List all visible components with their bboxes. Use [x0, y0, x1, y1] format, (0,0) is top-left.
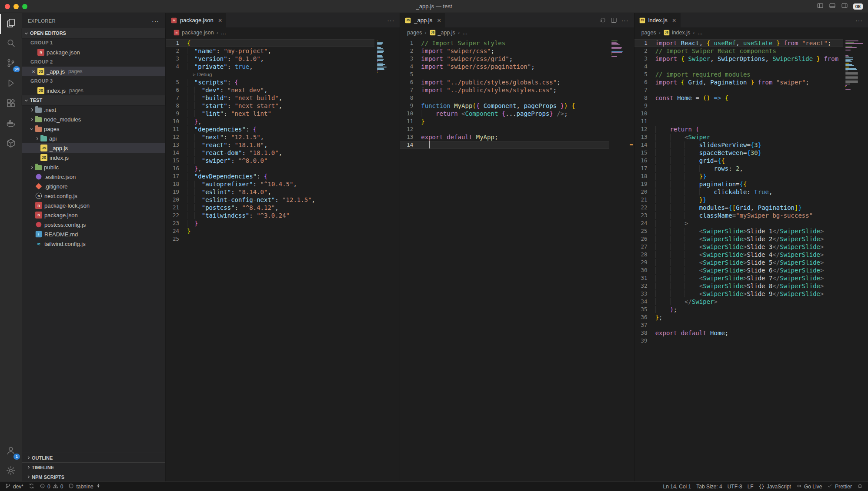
breadcrumb-item[interactable]: npackage.json [173, 29, 214, 36]
code-line[interactable]: 20 clickable: true, [634, 188, 868, 196]
open-editors-section-header[interactable]: OPEN EDITORS [22, 28, 165, 38]
status-item-prettier[interactable]: Prettier [825, 482, 855, 491]
code-line[interactable]: 10 return <Component {...pageProps} />; [400, 110, 634, 118]
code-line[interactable]: 13 "react": "18.1.0", [166, 141, 400, 149]
code-line[interactable]: 8 [400, 94, 634, 102]
zoom-window-button[interactable] [22, 4, 27, 9]
code-line[interactable]: 19 "eslint": "8.14.0", [166, 188, 400, 196]
code-line[interactable]: 3import "swiper/css/grid"; [400, 55, 634, 63]
code-line[interactable]: 12 return ( [634, 125, 868, 133]
activity-item-docker[interactable] [0, 114, 22, 134]
code-line[interactable]: 3import { Swiper, SwiperOptions, SwiperS… [634, 55, 868, 63]
breadcrumb-item[interactable]: … [462, 30, 468, 36]
activity-item-explorer[interactable] [0, 14, 22, 34]
activity-item-source-control[interactable]: 34 [0, 54, 22, 74]
code-line[interactable]: 14 slidesPerView={3} [634, 141, 868, 149]
code-line[interactable]: 22 modules={[Grid, Pagination]} [634, 204, 868, 212]
code-line[interactable]: 6 "dev": "next dev", [166, 86, 400, 94]
code-line[interactable]: 16 grid={{ [634, 157, 868, 165]
code-line[interactable]: 24} [166, 227, 400, 235]
code-line[interactable]: 34 </Swiper> [634, 298, 868, 306]
close-tab-icon[interactable]: × [218, 17, 222, 24]
code-line[interactable]: 1import React, { useRef, useState } from… [634, 39, 868, 47]
code-line[interactable]: 7 [634, 86, 868, 94]
explorer-more-actions-button[interactable]: ··· [152, 17, 159, 24]
status-item-sync[interactable] [26, 482, 37, 491]
breadcrumb-item[interactable]: JS_app.js [429, 29, 455, 36]
tree-item-public[interactable]: public [22, 162, 165, 172]
status-item-language-mode[interactable]: {}JavaScript [756, 482, 794, 491]
code-line[interactable]: 8 "start": "next start", [166, 102, 400, 110]
minimize-window-button[interactable] [13, 4, 19, 9]
code-line[interactable]: 8const Home = () => { [634, 94, 868, 102]
close-tab-icon[interactable]: × [437, 17, 441, 24]
code-line[interactable]: ▷Debug [166, 71, 400, 78]
code-line[interactable]: 30 <SwiperSlide>Slide 6</SwiperSlide> [634, 266, 868, 274]
code-editor[interactable]: 1{2 "name": "my-project",3 "version": "0… [166, 38, 400, 481]
tree-item-tailwind.config.js[interactable]: ≈tailwind.config.js [22, 239, 165, 249]
code-line[interactable]: 1// Import Swiper styles [400, 39, 634, 47]
sidebar-section-timeline[interactable]: TIMELINE [22, 462, 165, 472]
activity-item-search[interactable] [0, 34, 22, 54]
more-actions-icon[interactable]: ··· [855, 17, 863, 24]
tree-item-pages[interactable]: pages [22, 124, 165, 134]
sidebar-section-outline[interactable]: OUTLINE [22, 453, 165, 462]
code-line[interactable]: 10 }, [166, 118, 400, 125]
more-actions-icon[interactable]: ··· [387, 17, 394, 24]
codelens-link[interactable]: Debug [197, 71, 212, 78]
tree-item-index.js[interactable]: JSindex.js [22, 153, 165, 162]
tree-item-.next[interactable]: .next [22, 105, 165, 114]
history-editor-icon[interactable] [600, 17, 606, 24]
status-item-cursor-position[interactable]: Ln 14, Col 1 [661, 482, 694, 491]
tree-item-api[interactable]: api [22, 134, 165, 143]
code-line[interactable]: 24 > [634, 219, 868, 227]
code-line[interactable]: 32 <SwiperSlide>Slide 8</SwiperSlide> [634, 282, 868, 290]
status-item-eol[interactable]: LF [745, 482, 756, 491]
code-line[interactable]: 9function MyApp({ Component, pageProps }… [400, 102, 634, 110]
activity-item-extensions[interactable] [0, 94, 22, 114]
code-line[interactable]: 20 "eslint-config-next": "12.1.5", [166, 196, 400, 204]
tab-package.json[interactable]: npackage.json× [166, 13, 227, 27]
code-line[interactable]: 39 [634, 337, 868, 345]
breadcrumb-item[interactable]: pages [407, 30, 422, 36]
code-line[interactable]: 37 [634, 321, 868, 329]
more-actions-icon[interactable]: ··· [621, 17, 629, 24]
tree-item-.eslintrc.json[interactable]: .eslintrc.json [22, 172, 165, 182]
code-line[interactable]: 23 } [166, 219, 400, 227]
tree-item-node_modules[interactable]: node_modules [22, 114, 165, 124]
code-line[interactable]: 25 [166, 235, 400, 243]
code-line[interactable]: 12 [400, 125, 634, 133]
code-line[interactable]: 21 "postcss": "^8.4.12", [166, 204, 400, 212]
split-editor-icon[interactable] [611, 17, 617, 24]
code-line[interactable]: 14 "react-dom": "18.1.0", [166, 149, 400, 157]
tree-item-postcss.config.js[interactable]: postcss.config.js [22, 220, 165, 229]
breadcrumb-item[interactable]: … [697, 30, 703, 36]
code-line[interactable]: 25 <SwiperSlide>Slide 1</SwiperSlide> [634, 227, 868, 235]
code-line[interactable]: 26 <SwiperSlide>Slide 2</SwiperSlide> [634, 235, 868, 243]
activity-item-accounts[interactable]: 1 [0, 441, 22, 461]
code-line[interactable]: 4 "private": true, [166, 63, 400, 71]
activity-item-settings[interactable] [0, 461, 22, 481]
code-line[interactable]: 11 [634, 118, 868, 125]
code-line[interactable]: 9 "lint": "next lint" [166, 110, 400, 118]
status-item-indentation[interactable]: Tab Size: 4 [694, 482, 724, 491]
workspace-section-header[interactable]: TEST [22, 95, 165, 105]
code-line[interactable]: 5 "scripts": { [166, 78, 400, 86]
code-line[interactable]: 14 [400, 141, 634, 149]
code-line[interactable]: 7 "build": "next build", [166, 94, 400, 102]
code-line[interactable]: 10 [634, 110, 868, 118]
layout-bottom-icon[interactable] [829, 2, 836, 11]
code-line[interactable]: 19 pagination={{ [634, 180, 868, 188]
code-line[interactable]: 17 rows: 2, [634, 165, 868, 172]
layout-right-icon[interactable] [841, 2, 848, 11]
code-line[interactable]: 28 <SwiperSlide>Slide 4</SwiperSlide> [634, 251, 868, 259]
code-line[interactable]: 13 <Swiper [634, 133, 868, 141]
status-item-go-live[interactable]: Go Live [794, 482, 825, 491]
tree-item-package.json[interactable]: npackage.json [22, 210, 165, 220]
activity-item-run-and-debug[interactable] [0, 74, 22, 94]
code-line[interactable]: 15 "swiper": "^8.0.0" [166, 157, 400, 165]
code-editor[interactable]: 1// Import Swiper styles2import "swiper/… [400, 38, 634, 481]
code-line[interactable]: 31 <SwiperSlide>Slide 7</SwiperSlide> [634, 274, 868, 282]
tab-_app.js[interactable]: JS_app.js× [400, 13, 446, 27]
breadcrumb-item[interactable]: … [221, 30, 227, 36]
